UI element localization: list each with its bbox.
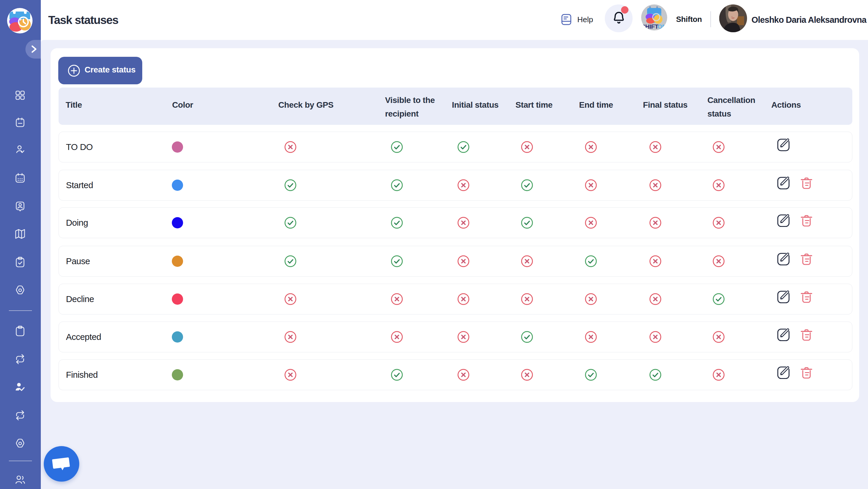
svg-text:ON: ON [657, 23, 666, 30]
svg-text:SHIFT: SHIFT [641, 23, 659, 30]
